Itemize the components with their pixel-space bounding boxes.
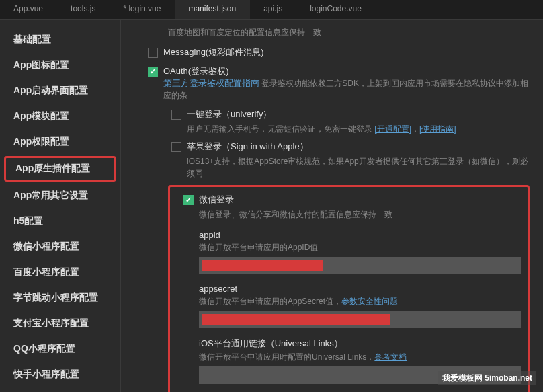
apple-checkbox[interactable] — [171, 142, 181, 152]
tab-login-vue[interactable]: * login.vue — [110, 0, 175, 19]
appsecret-input[interactable] — [199, 311, 521, 328]
appid-block: appid 微信开放平台申请应用的AppID值 — [199, 230, 521, 274]
tab-manifest-json[interactable]: manifest.json — [175, 0, 250, 19]
messaging-row: Messaging(短彩邮件消息) — [134, 46, 530, 58]
sidebar-item-basic[interactable]: 基础配置 — [0, 27, 120, 52]
wechat-label: 微信登录 — [199, 194, 234, 206]
sidebar-item-native-plugin[interactable]: App原生插件配置 — [4, 156, 116, 182]
main-container: 基础配置 App图标配置 App启动界面配置 App模块配置 App权限配置 A… — [0, 20, 543, 392]
appsecret-label: appsecret — [199, 284, 521, 294]
appsecret-desc: 微信开放平台申请应用的AppSecret值，参数安全性问题 — [199, 296, 521, 307]
appid-label: appid — [199, 230, 521, 240]
univerify-sep: ， — [411, 124, 419, 134]
wechat-desc: 微信登录、微信分享和微信支付的配置信息应保持一致 — [183, 208, 521, 221]
watermark: 我爱模板网 5imoban.net — [438, 371, 536, 385]
sidebar: 基础配置 App图标配置 App启动界面配置 App模块配置 App权限配置 A… — [0, 20, 121, 392]
oauth-label: OAuth(登录鉴权) — [163, 66, 229, 76]
oauth-row: OAuth(登录鉴权) 第三方登录鉴权配置指南 登录鉴权功能依赖三方SDK，上架… — [134, 65, 530, 102]
universal-desc: 微信开放平台申请应用时配置的Universal Links，参考文档 — [199, 352, 521, 363]
appid-desc: 微信开放平台申请应用的AppID值 — [199, 242, 521, 253]
universal-link[interactable]: 参考文档 — [374, 352, 407, 362]
appid-input[interactable] — [199, 257, 521, 274]
main-panel: 百度地图和百度定位的配置信息应保持一致 Messaging(短彩邮件消息) OA… — [121, 20, 543, 392]
apple-label: 苹果登录（Sign in with Apple） — [187, 141, 308, 153]
univerify-desc: 用户无需输入手机号，无需短信验证，免密一键登录 [开通配置]，[使用指南] — [171, 123, 530, 135]
baidu-desc: 百度地图和百度定位的配置信息应保持一致 — [134, 27, 530, 38]
sidebar-item-bytedance-mp[interactable]: 字节跳动小程序配置 — [0, 285, 120, 311]
tab-api-js[interactable]: api.js — [250, 0, 296, 19]
tab-app-vue[interactable]: App.vue — [0, 0, 57, 19]
apple-desc: iOS13+支持，根据AppStore审核规范，如果App开发者提供任何其它第三… — [171, 155, 530, 180]
oauth-checkbox[interactable] — [148, 67, 158, 77]
sidebar-item-h5[interactable]: h5配置 — [0, 208, 120, 234]
sidebar-item-permission[interactable]: App权限配置 — [0, 129, 120, 155]
appid-redacted — [202, 260, 323, 271]
univerify-desc-text: 用户无需输入手机号，无需短信验证，免密一键登录 — [187, 124, 374, 134]
sidebar-item-splash[interactable]: App启动界面配置 — [0, 78, 120, 104]
sidebar-item-module[interactable]: App模块配置 — [0, 104, 120, 129]
messaging-checkbox[interactable] — [148, 48, 158, 58]
tab-logincode-vue[interactable]: loginCode.vue — [296, 0, 376, 19]
univerify-checkbox[interactable] — [171, 110, 181, 120]
sidebar-item-icon[interactable]: App图标配置 — [0, 52, 120, 78]
appsecret-block: appsecret 微信开放平台申请应用的AppSecret值，参数安全性问题 — [199, 284, 521, 328]
universal-label: iOS平台通用链接（Universal Links） — [199, 338, 521, 350]
sidebar-item-kuaishou-mp[interactable]: 快手小程序配置 — [0, 362, 120, 387]
univerify-link2[interactable]: [使用指南] — [419, 124, 456, 134]
apple-section: 苹果登录（Sign in with Apple） iOS13+支持，根据AppS… — [134, 141, 530, 180]
wechat-box: 微信登录 微信登录、微信分享和微信支付的配置信息应保持一致 appid 微信开放… — [168, 185, 530, 392]
oauth-guide-link[interactable]: 第三方登录鉴权配置指南 — [163, 78, 259, 88]
sidebar-item-other[interactable]: App常用其它设置 — [0, 183, 120, 208]
univerify-label: 一键登录（univerify） — [187, 108, 272, 120]
appsecret-redacted — [202, 314, 390, 325]
univerify-link1[interactable]: [开通配置] — [374, 124, 411, 134]
appsecret-link[interactable]: 参数安全性问题 — [341, 297, 398, 306]
sidebar-item-alipay-mp[interactable]: 支付宝小程序配置 — [0, 311, 120, 336]
sidebar-item-baidu-mp[interactable]: 百度小程序配置 — [0, 260, 120, 285]
univerify-section: 一键登录（univerify） 用户无需输入手机号，无需短信验证，免密一键登录 … — [134, 108, 530, 135]
messaging-label: Messaging(短彩邮件消息) — [163, 46, 264, 58]
sidebar-item-qq-mp[interactable]: QQ小程序配置 — [0, 336, 120, 362]
editor-tabs: App.vue tools.js * login.vue manifest.js… — [0, 0, 543, 20]
tab-tools-js[interactable]: tools.js — [57, 0, 110, 19]
wechat-checkbox[interactable] — [183, 195, 194, 205]
sidebar-item-wechat-mp[interactable]: 微信小程序配置 — [0, 234, 120, 260]
universal-desc-text: 微信开放平台申请应用时配置的Universal Links， — [199, 352, 374, 362]
appsecret-desc-text: 微信开放平台申请应用的AppSecret值， — [199, 297, 341, 306]
